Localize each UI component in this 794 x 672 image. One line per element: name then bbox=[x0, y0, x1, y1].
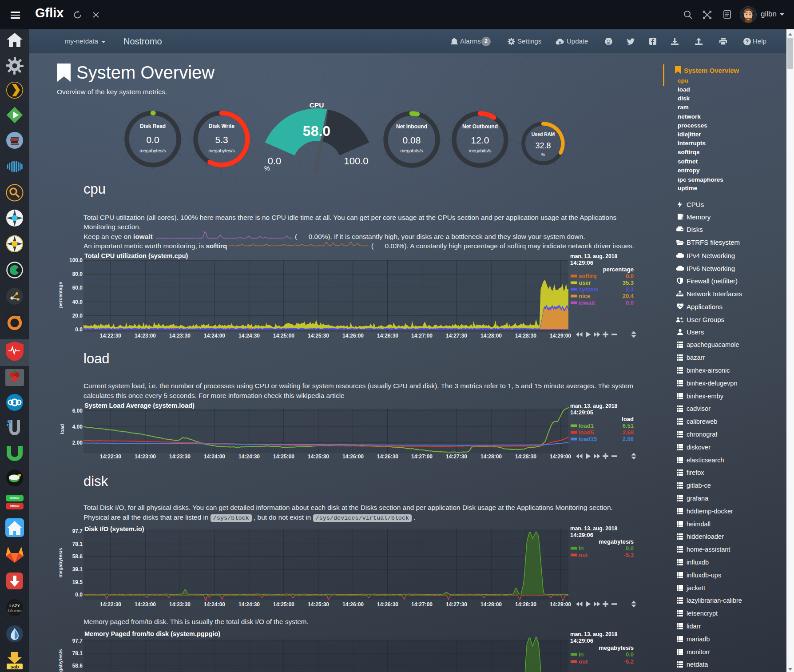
svg-text:Librarian: Librarian bbox=[7, 608, 21, 612]
svg-text:sab: sab bbox=[11, 664, 19, 669]
svg-text:?: ? bbox=[746, 39, 749, 45]
svg-text:Online: Online bbox=[10, 497, 20, 500]
svg-text:Offline: Offline bbox=[10, 505, 20, 508]
svg-text:LAZY: LAZY bbox=[9, 604, 20, 608]
